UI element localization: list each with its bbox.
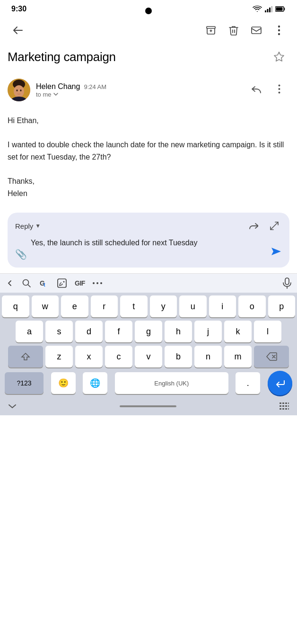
- key-c[interactable]: c: [105, 346, 132, 367]
- reply-toolbar: Reply ▼: [15, 218, 282, 233]
- more-horiz-icon: [93, 282, 102, 285]
- key-d[interactable]: d: [75, 321, 103, 342]
- svg-point-20: [278, 92, 280, 94]
- key-x[interactable]: x: [75, 346, 103, 367]
- delete-button[interactable]: [223, 20, 244, 41]
- key-f[interactable]: f: [105, 321, 132, 342]
- key-a[interactable]: a: [16, 321, 43, 342]
- key-j[interactable]: j: [194, 321, 222, 342]
- emoji-button[interactable]: 🙂: [51, 372, 76, 394]
- sender-info: Helen Chang 9:24 AM to me: [36, 82, 106, 98]
- svg-point-21: [23, 280, 29, 286]
- svg-rect-33: [288, 402, 289, 404]
- reply-text-input[interactable]: [31, 237, 267, 262]
- keyboard-row-4: ?123 🙂 🌐 English (UK) .: [2, 371, 295, 398]
- back-button[interactable]: [8, 20, 28, 41]
- sender-actions: [246, 79, 289, 99]
- key-l[interactable]: l: [254, 321, 281, 342]
- key-p[interactable]: p: [268, 295, 296, 317]
- expand-icon: [270, 221, 279, 231]
- key-s[interactable]: s: [45, 321, 73, 342]
- svg-rect-40: [285, 408, 287, 410]
- forward-button[interactable]: [246, 218, 261, 233]
- send-icon: [271, 246, 282, 257]
- more-email-button[interactable]: [269, 79, 289, 99]
- gif-button[interactable]: GIF: [75, 279, 85, 287]
- email-signature: Helen: [8, 188, 289, 200]
- key-z[interactable]: z: [45, 346, 73, 367]
- key-w[interactable]: w: [32, 295, 59, 317]
- keyboard-grid-button[interactable]: [279, 402, 289, 411]
- key-k[interactable]: k: [224, 321, 252, 342]
- subject-row: Marketing campaign: [0, 45, 297, 73]
- svg-rect-36: [285, 405, 287, 407]
- svg-rect-35: [282, 405, 284, 407]
- star-button[interactable]: [269, 46, 289, 67]
- period-button[interactable]: .: [236, 372, 260, 394]
- key-u[interactable]: u: [179, 295, 207, 317]
- expand-button[interactable]: [267, 218, 282, 233]
- key-t[interactable]: t: [120, 295, 148, 317]
- svg-rect-5: [276, 8, 283, 11]
- key-e[interactable]: e: [61, 295, 88, 317]
- key-b[interactable]: b: [165, 346, 192, 367]
- keyboard-row-3: z x c v b n m: [2, 346, 295, 367]
- translate-button[interactable]: G t: [39, 278, 49, 288]
- keyboard-row-2: a s d f g h j k l: [2, 321, 295, 342]
- send-button[interactable]: [271, 246, 282, 260]
- key-o[interactable]: o: [238, 295, 266, 317]
- svg-rect-3: [271, 6, 273, 12]
- globe-button[interactable]: 🌐: [83, 372, 107, 394]
- sender-name: Helen Chang: [36, 82, 80, 91]
- key-q[interactable]: q: [2, 295, 29, 317]
- archive-button[interactable]: [201, 20, 221, 41]
- reply-sender-button[interactable]: [246, 79, 267, 99]
- shift-button[interactable]: [8, 346, 43, 367]
- mic-button[interactable]: [283, 277, 291, 289]
- sticker-button[interactable]: [57, 278, 67, 288]
- key-r[interactable]: r: [91, 295, 118, 317]
- unread-button[interactable]: [246, 20, 267, 41]
- more-button[interactable]: [269, 20, 289, 41]
- svg-rect-0: [265, 10, 266, 12]
- svg-point-9: [278, 29, 280, 31]
- keyboard-search-button[interactable]: [22, 278, 31, 288]
- email-time: 9:24 AM: [84, 83, 106, 90]
- key-v[interactable]: v: [135, 346, 162, 367]
- space-button[interactable]: English (UK): [115, 372, 228, 394]
- num-switch-button[interactable]: ?123: [5, 372, 44, 394]
- svg-point-27: [96, 282, 98, 284]
- key-i[interactable]: i: [209, 295, 236, 317]
- wifi-icon: [253, 6, 262, 12]
- reply-label-button[interactable]: Reply ▼: [15, 222, 41, 230]
- key-h[interactable]: h: [165, 321, 192, 342]
- key-y[interactable]: y: [150, 295, 177, 317]
- key-m[interactable]: m: [224, 346, 252, 367]
- key-g[interactable]: g: [135, 321, 162, 342]
- svg-point-10: [278, 33, 280, 35]
- email-subject: Marketing campaign: [8, 50, 116, 64]
- svg-rect-7: [252, 27, 261, 34]
- chevron-down-icon: [8, 403, 17, 410]
- enter-button[interactable]: [268, 371, 292, 395]
- keyboard-dismiss-button[interactable]: [8, 403, 17, 410]
- signal-icon: [265, 6, 272, 12]
- more-vert-email-icon: [278, 84, 280, 94]
- to-me-row[interactable]: to me: [36, 91, 106, 98]
- status-time: 9:30: [11, 5, 26, 13]
- key-n[interactable]: n: [194, 346, 222, 367]
- keyboard-back-button[interactable]: [6, 279, 14, 287]
- attach-button[interactable]: 📎: [15, 249, 27, 260]
- backspace-button[interactable]: [254, 346, 289, 367]
- mic-icon: [283, 277, 291, 289]
- more-vert-icon: [278, 25, 280, 36]
- reply-chevron-icon: ▼: [35, 223, 41, 229]
- svg-point-25: [63, 281, 65, 283]
- keyboard-more-button[interactable]: [93, 282, 102, 285]
- camera-dot: [145, 8, 152, 14]
- app-bar-actions: [201, 20, 289, 41]
- svg-rect-38: [280, 408, 281, 410]
- reply-actions: [246, 218, 282, 233]
- keyboard-grid-icon: [279, 402, 289, 411]
- svg-rect-34: [280, 405, 281, 407]
